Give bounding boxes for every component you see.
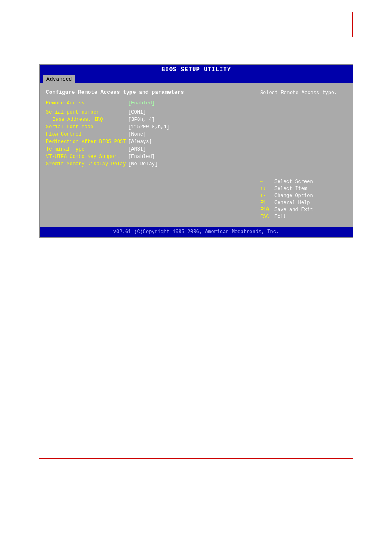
terminal-type-value: [ANSI] <box>128 146 146 152</box>
right-panel: Select Remote Access type. ← Select Scre… <box>258 87 348 223</box>
flow-control-label: Flow Control <box>46 132 128 137</box>
title-bar: BIOS SETUP UTILITY <box>40 65 353 74</box>
remote-access-label: Remote Access <box>46 100 128 106</box>
key-select-screen-desc: Select Screen <box>274 179 313 185</box>
bottom-red-line <box>39 458 353 459</box>
vt-utf8-label: VT-UTF8 Combo Key Support <box>46 154 128 160</box>
flow-control-value: [None] <box>128 132 146 137</box>
bios-title: BIOS SETUP UTILITY <box>161 66 231 73</box>
setting-row-redirection: Redirection After BIOS POST [Always] <box>46 139 252 145</box>
content-area: Configure Remote Access type and paramet… <box>40 83 353 227</box>
key-row-select-screen: ← Select Screen <box>260 179 346 185</box>
key-f10: F10 <box>260 207 274 213</box>
footer-text: v02.61 (C)Copyright 1985-2006, American … <box>113 229 279 235</box>
key-row-change-option: +- Change Option <box>260 193 346 199</box>
serial-port-mode-label: Serial Port Mode <box>46 124 128 130</box>
key-f1-desc: General Help <box>274 200 310 206</box>
remote-access-value: [Enabled] <box>128 100 155 106</box>
vt-utf8-value: [Enabled] <box>128 154 155 160</box>
bios-footer: v02.61 (C)Copyright 1985-2006, American … <box>40 227 353 237</box>
key-help-section: ← Select Screen ↑↓ Select Item +- Change… <box>260 179 346 221</box>
terminal-type-label: Terminal Type <box>46 146 128 152</box>
key-row-f1: F1 General Help <box>260 200 346 206</box>
key-change-option-desc: Change Option <box>274 193 313 199</box>
setting-row-serial-port-mode: Serial Port Mode [115200 8,n,1] <box>46 124 252 130</box>
sredir-value: [No Delay] <box>128 161 158 167</box>
serial-port-mode-value: [115200 8,n,1] <box>128 124 170 130</box>
key-row-esc: ESC Exit <box>260 214 346 220</box>
remote-access-row: Remote Access [Enabled] <box>46 100 252 106</box>
sredir-label: Sredir Memory Display Delay <box>46 161 128 167</box>
key-esc: ESC <box>260 214 274 220</box>
key-esc-desc: Exit <box>274 214 286 220</box>
serial-port-number-label: Serial port number <box>46 109 128 115</box>
page: BIOS SETUP UTILITY Advanced Configure Re… <box>0 0 392 556</box>
key-up-down-arrow: ↑↓ <box>260 186 274 192</box>
setting-row-terminal-type: Terminal Type [ANSI] <box>46 146 252 152</box>
serial-port-number-value: [COM1] <box>128 109 146 115</box>
setting-row-base-address: Base Address, IRQ [3F8h, 4] <box>46 117 252 123</box>
redirection-label: Redirection After BIOS POST <box>46 139 128 145</box>
setting-row-vt-utf8: VT-UTF8 Combo Key Support [Enabled] <box>46 154 252 160</box>
key-left-arrow: ← <box>260 179 274 185</box>
setting-row-serial-port-number: Serial port number [COM1] <box>46 109 252 115</box>
tab-bar: Advanced <box>40 74 353 83</box>
help-text: Select Remote Access type. <box>260 89 346 97</box>
bios-window: BIOS SETUP UTILITY Advanced Configure Re… <box>39 64 353 238</box>
tab-advanced[interactable]: Advanced <box>43 75 75 83</box>
setting-row-flow-control: Flow Control [None] <box>46 132 252 137</box>
key-plus-minus: +- <box>260 193 274 199</box>
base-address-label: Base Address, IRQ <box>46 117 128 123</box>
key-row-select-item: ↑↓ Select Item <box>260 186 346 192</box>
key-row-f10: F10 Save and Exit <box>260 207 346 213</box>
redirection-value: [Always] <box>128 139 152 145</box>
base-address-value: [3F8h, 4] <box>128 117 155 123</box>
key-f10-desc: Save and Exit <box>274 207 313 213</box>
setting-row-sredir: Sredir Memory Display Delay [No Delay] <box>46 161 252 167</box>
top-red-line <box>352 12 353 37</box>
section-title: Configure Remote Access type and paramet… <box>46 89 252 95</box>
left-panel: Configure Remote Access type and paramet… <box>44 87 254 223</box>
key-f1: F1 <box>260 200 274 206</box>
key-select-item-desc: Select Item <box>274 186 307 192</box>
